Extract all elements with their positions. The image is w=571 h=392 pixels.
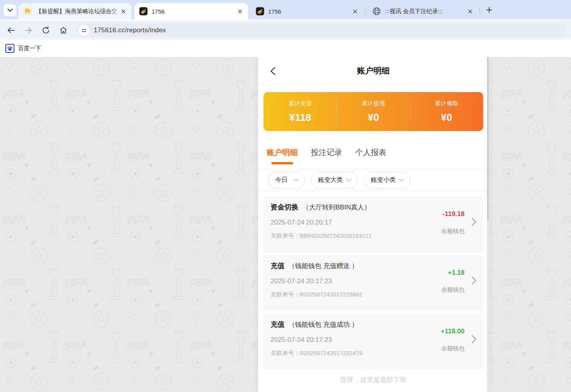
transaction-type: 资金切换 <box>271 202 299 212</box>
plus-icon <box>486 7 492 13</box>
transaction-type: 充值 <box>271 320 285 329</box>
panel-scrollbar[interactable] <box>487 57 489 392</box>
gold-dragon-icon <box>139 7 148 16</box>
transaction-datetime: 2025-07-24 20:17:23 <box>271 277 483 285</box>
transaction-wallet: 余额钱包 <box>441 286 464 294</box>
tab-label: 投注记录 <box>311 148 342 157</box>
tab-title: :::视讯 会员下注纪录::: <box>385 8 466 15</box>
close-icon <box>468 9 472 14</box>
forward-arrow-icon <box>24 26 33 35</box>
filter-minor-category-dropdown[interactable]: 账变小类 <box>364 172 410 189</box>
tab-label: 账户明细 <box>267 148 298 157</box>
transaction-amount: +118.00 <box>441 328 464 335</box>
tab-video-records[interactable]: :::视讯 会员下注纪录::: <box>368 3 478 19</box>
tab-account-detail[interactable]: 账户明细 <box>267 141 298 169</box>
site-info-button[interactable] <box>79 25 89 36</box>
scrollbar-thumb[interactable] <box>487 57 489 220</box>
summary-label: 累计充值 <box>288 100 312 107</box>
section-tabs: 账户明细 投注记录 个人报表 <box>258 141 489 169</box>
chevron-down-icon <box>346 178 352 182</box>
panel-header: 账户明细 <box>258 57 489 84</box>
bookmarks-bar: 百度一下 <box>0 40 571 57</box>
transaction-row[interactable]: 充值 （钱能钱包 充值赠送 ） 2025-07-24 20:17:23 关联单号… <box>264 255 483 311</box>
address-bar[interactable]: 175616.cc/reports/index <box>77 23 566 37</box>
chevron-right-icon <box>471 276 477 285</box>
chevron-right-icon <box>471 335 477 344</box>
account-detail-panel: 账户明细 累计充值 ¥118 累计提现 ¥0 累计领取 ¥0 <box>258 57 489 392</box>
tab-1756-active[interactable]: 1756 <box>134 3 248 19</box>
navigation-toolbar: 175616.cc/reports/index <box>0 19 571 40</box>
summary-value: ¥118 <box>289 112 311 124</box>
transaction-row[interactable]: 资金切换 （大厅转到BBIN真人） 2025-07-24 20:20:17 关联… <box>264 196 483 253</box>
summary-card: 累计充值 ¥118 累计提现 ¥0 累计领取 ¥0 <box>264 92 483 131</box>
tab-separator <box>365 6 365 14</box>
filter-label: 账变大类 <box>318 176 343 184</box>
tab-close-button[interactable] <box>351 7 359 16</box>
filter-major-category-dropdown[interactable]: 账变大类 <box>311 172 358 189</box>
tab-title-fade <box>110 6 120 16</box>
transaction-amount: -119.18 <box>442 210 464 218</box>
transaction-detail: （大厅转到BBIN真人） <box>302 203 371 212</box>
active-tab-underline <box>271 162 293 164</box>
tab-title: 1756 <box>152 8 236 15</box>
tab-strip: 【新提醒】海燕策略论坛综合交 1756 1756 <box>0 0 571 19</box>
summary-label: 累计领取 <box>435 100 458 107</box>
end-of-list-text: 哎呀，这里是底部了啦 <box>258 375 489 384</box>
summary-total-claim: 累计领取 ¥0 <box>410 92 483 131</box>
transaction-wallet: 余额钱包 <box>441 228 464 235</box>
forward-button[interactable] <box>24 26 33 35</box>
tab-title: 1756 <box>268 8 351 15</box>
transaction-amount: +1.18 <box>448 269 464 277</box>
chevron-right-icon <box>471 217 477 226</box>
summary-divider <box>337 98 337 125</box>
close-icon <box>353 9 357 14</box>
transaction-datetime: 2025-07-24 20:20:17 <box>271 219 483 226</box>
reload-icon <box>42 26 50 35</box>
filter-row: 今日 账变大类 账变小类 <box>258 169 489 191</box>
transaction-row[interactable]: 充值 （钱能钱包 充值成功 ） 2025-07-24 20:17:23 关联单号… <box>264 314 483 370</box>
summary-total-deposit: 累计充值 ¥118 <box>264 92 337 131</box>
transaction-detail: （钱能钱包 充值赠送 ） <box>288 261 358 270</box>
tab-search-button[interactable] <box>3 4 16 16</box>
page-content: FIFA 账户明细 累计充值 ¥118 累计提现 <box>0 57 571 392</box>
transaction-datetime: 2025-07-24 20:17:23 <box>271 336 483 344</box>
summary-divider <box>410 98 410 125</box>
url-text[interactable]: 175616.cc/reports/index <box>94 26 166 34</box>
bookmark-baidu[interactable]: 百度一下 <box>5 44 41 53</box>
tab-bet-records[interactable]: 投注记录 <box>311 141 342 169</box>
reload-button[interactable] <box>41 26 51 35</box>
tab-personal-report[interactable]: 个人报表 <box>355 141 386 169</box>
back-arrow-icon <box>7 26 15 35</box>
new-tab-button[interactable] <box>484 4 495 16</box>
summary-value: ¥0 <box>441 112 452 124</box>
chevron-down-icon <box>399 178 405 182</box>
transaction-wallet: 余额钱包 <box>441 345 464 352</box>
summary-label: 累计提现 <box>361 100 385 107</box>
tab-forum[interactable]: 【新提醒】海燕策略论坛综合交 <box>19 3 131 19</box>
close-icon <box>238 9 242 14</box>
browser-window: 【新提醒】海燕策略论坛综合交 1756 1756 <box>0 0 571 392</box>
tab-label: 个人报表 <box>355 148 386 157</box>
transaction-detail: （钱能钱包 充值成功 ） <box>288 320 358 329</box>
transaction-list: 资金切换 （大厅转到BBIN真人） 2025-07-24 20:20:17 关联… <box>258 191 489 370</box>
baidu-paw-icon <box>5 44 14 53</box>
back-button[interactable] <box>6 26 16 35</box>
forum-icon <box>23 7 32 16</box>
close-icon <box>121 9 126 14</box>
filter-date-dropdown[interactable]: 今日 <box>268 172 305 189</box>
transaction-type: 充值 <box>271 261 285 270</box>
tab-title: 【新提醒】海燕策略论坛综合交 <box>36 8 119 15</box>
filter-label: 今日 <box>275 176 288 184</box>
tab-separator <box>480 6 480 14</box>
tab-close-button[interactable] <box>236 7 244 16</box>
summary-value: ¥0 <box>368 112 379 124</box>
page-title: 账户明细 <box>258 57 489 84</box>
tab-1756[interactable]: 1756 <box>251 3 363 19</box>
tab-close-button[interactable] <box>466 7 474 16</box>
home-icon <box>59 26 68 35</box>
bookmark-label: 百度一下 <box>18 45 41 52</box>
chevron-down-icon <box>7 9 13 12</box>
gold-dragon-icon <box>256 7 264 16</box>
summary-total-withdraw: 累计提现 ¥0 <box>337 92 410 131</box>
home-button[interactable] <box>59 26 68 35</box>
